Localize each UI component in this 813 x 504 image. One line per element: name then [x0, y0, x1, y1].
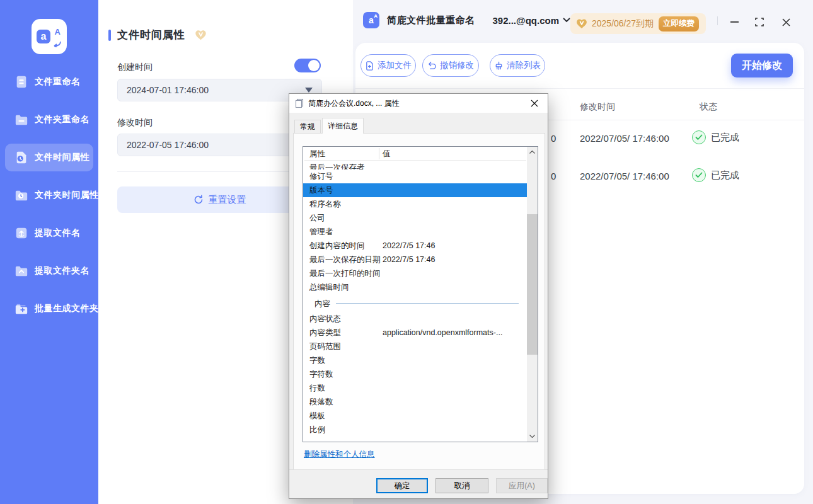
stacked-files-icon	[294, 98, 304, 108]
property-row-selected[interactable]: 版本号	[303, 183, 528, 197]
renew-now-button[interactable]: 立即续费	[659, 16, 699, 32]
undo-changes-button[interactable]: 撤销修改	[422, 54, 479, 77]
cancel-button[interactable]: 取消	[435, 478, 488, 493]
add-files-label: 添加文件	[378, 60, 412, 71]
sidebar-item-label: 文件夹时间属性	[35, 190, 99, 201]
column-divider	[379, 148, 379, 159]
vip-badge-icon	[194, 29, 207, 41]
account-label[interactable]: 392...@qq.com	[493, 15, 560, 26]
page-title: 文件时间属性	[117, 28, 185, 42]
column-header-status: 状态	[700, 94, 717, 120]
property-row[interactable]: 最后一次打印的时间	[303, 266, 528, 280]
property-row[interactable]: 修订号	[303, 169, 528, 183]
sidebar-item-file-rename[interactable]: 文件重命名	[5, 68, 93, 96]
modified-time-cell: 2022/07/05/ 17:46:00	[580, 171, 669, 181]
sidebar-item-extract-filename[interactable]: 提取文件名	[5, 219, 93, 247]
modify-time-value: 2022-07-05 17:46:00	[127, 140, 209, 150]
create-time-toggle[interactable]	[294, 59, 321, 72]
app-logo: a A	[32, 19, 67, 54]
titlebar-app-title: 简鹿文件批量重命名	[387, 14, 475, 26]
sidebar-item-label: 文件时间属性	[35, 152, 89, 163]
property-list[interactable]: 属性 值 最后一次保存者 修订号 版本号 程序名称 公司 管理者 创建内容的时间…	[303, 146, 538, 442]
file-clock-icon	[14, 151, 29, 164]
titlebar: aA 简鹿文件批量重命名 392...@qq.com 2025/06/27到期 …	[353, 0, 813, 40]
property-row[interactable]: 最后一次保存的日期2022/7/5 17:46	[303, 253, 528, 266]
property-row[interactable]: 公司	[303, 211, 528, 225]
remove-properties-link[interactable]: 删除属性和个人信息	[304, 449, 375, 460]
property-row[interactable]: 页码范围	[303, 340, 528, 353]
close-icon	[531, 100, 538, 107]
dialog-titlebar[interactable]: 简鹿办公会议.docx, ... 属性	[289, 94, 548, 113]
property-row[interactable]: 总编辑时间	[303, 280, 528, 294]
expiry-date-label: 2025/06/27到期	[592, 18, 654, 30]
content-section-header: 内容	[303, 294, 528, 312]
scroll-up-arrow[interactable]	[527, 147, 538, 158]
clear-list-label: 清除列表	[507, 60, 541, 71]
folder-plus-icon	[14, 302, 29, 316]
sidebar-item-batch-create-folders[interactable]: 批量生成文件夹	[5, 295, 93, 323]
property-row[interactable]: 段落数	[303, 395, 528, 409]
property-row[interactable]: 比例	[303, 423, 528, 437]
property-row[interactable]: 行数	[303, 381, 528, 395]
property-row[interactable]: 字符数	[303, 367, 528, 381]
property-row[interactable]: 内容状态	[303, 312, 528, 326]
ok-button[interactable]: 确定	[376, 478, 428, 493]
success-check-icon	[692, 168, 706, 182]
scrollbar-thumb[interactable]	[527, 214, 538, 355]
start-modify-button[interactable]: 开始修改	[731, 54, 793, 77]
minimize-icon	[730, 21, 739, 23]
property-row[interactable]: 创建内容的时间2022/7/5 17:46	[303, 239, 528, 253]
create-time-label: 创建时间	[117, 62, 153, 73]
clear-list-button[interactable]: 清除列表	[490, 54, 545, 77]
minimize-button[interactable]	[727, 15, 741, 29]
property-list-header: 属性 值	[303, 147, 538, 161]
property-row[interactable]: 最后一次保存者	[303, 161, 528, 169]
modify-time-label: 修改时间	[117, 117, 153, 129]
undo-icon	[427, 61, 437, 70]
property-row[interactable]: 模板	[303, 409, 528, 423]
sidebar-item-extract-foldername[interactable]: 提取文件夹名	[5, 257, 93, 285]
value-column-header: 值	[383, 149, 391, 159]
column-header-modified: 修改时间	[580, 94, 615, 120]
apply-button[interactable]: 应用(A)	[496, 478, 548, 493]
scroll-down-arrow[interactable]	[527, 431, 538, 442]
app-logo-icon: a A	[37, 26, 62, 47]
property-row[interactable]: 内容类型application/vnd.openxmlformats-...	[303, 326, 528, 340]
file-icon	[14, 75, 29, 89]
broom-icon	[494, 61, 504, 71]
sidebar-item-file-time[interactable]: 文件时间属性	[5, 144, 93, 171]
logo-arrow-icon	[53, 41, 62, 47]
dialog-tab-page: 属性 值 最后一次保存者 修订号 版本号 程序名称 公司 管理者 创建内容的时间…	[293, 133, 545, 471]
close-window-button[interactable]	[779, 15, 793, 29]
account-chevron-down-icon[interactable]	[563, 18, 570, 23]
sidebar-item-label: 批量生成文件夹	[35, 303, 99, 314]
created-time-fragment: 0	[551, 171, 556, 181]
refresh-icon	[193, 195, 204, 205]
sidebar: a A 文件重命名 文件夹重命名	[0, 0, 98, 504]
property-row[interactable]: 字数	[303, 353, 528, 367]
add-files-button[interactable]: 添加文件	[360, 54, 416, 77]
status-cell: 已完成	[711, 169, 739, 181]
sidebar-item-label: 提取文件名	[35, 227, 81, 239]
license-expiry-pill: 2025/06/27到期 立即续费	[570, 13, 706, 34]
undo-changes-label: 撤销修改	[440, 60, 474, 71]
dialog-close-button[interactable]	[524, 94, 545, 112]
property-row[interactable]: 程序名称	[303, 197, 528, 211]
sidebar-item-folder-time[interactable]: 文件夹时间属性	[5, 181, 93, 209]
maximize-button[interactable]	[752, 15, 766, 29]
tab-general[interactable]: 常规	[294, 120, 321, 133]
toggle-knob	[308, 60, 320, 71]
titlebar-app-icon: aA	[363, 12, 379, 28]
sidebar-item-folder-rename[interactable]: 文件夹重命名	[5, 106, 93, 134]
close-icon	[782, 18, 790, 26]
property-row[interactable]: 管理者	[303, 225, 528, 239]
success-check-icon	[692, 130, 706, 144]
sidebar-nav: 文件重命名 文件夹重命名 文件时间属性	[0, 68, 98, 333]
folder-clock-icon	[14, 188, 29, 202]
tab-details[interactable]: 详细信息	[322, 118, 364, 134]
create-time-value: 2024-07-01 17:46:00	[127, 85, 209, 95]
sidebar-item-label: 文件夹重命名	[35, 114, 89, 125]
extract-file-icon	[14, 226, 29, 240]
extract-folder-icon	[14, 264, 29, 278]
scrollbar[interactable]	[527, 147, 538, 442]
